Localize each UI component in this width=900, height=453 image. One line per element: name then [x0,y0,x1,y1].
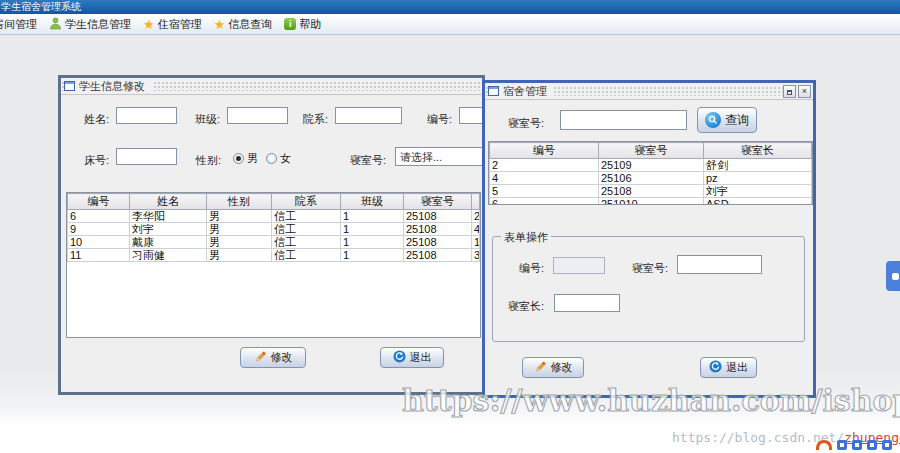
gender-label: 性别: [196,153,221,168]
gender-male-radio[interactable]: 男 [233,151,258,166]
dorm-window-content: 寝室号: 查询 编号 寝室号 寝室长 [485,100,813,395]
dorm-label: 寝室号: [350,153,386,168]
search-icon [705,112,721,128]
dorm-table-header[interactable]: 编号 寝室号 寝室长 [490,143,812,159]
search-dorm-label: 寝室号: [508,116,544,131]
help-icon: i [284,18,296,30]
star-icon: ★ [143,18,155,31]
person-icon [49,17,62,32]
id-label: 编号: [427,112,452,127]
form-id-input [553,257,605,274]
window-icon [64,81,75,91]
table-row[interactable]: 9刘宇男信工1251084 [68,223,480,236]
name-input[interactable] [116,107,177,124]
close-button[interactable]: × [798,85,811,98]
app-titlebar[interactable]: 学生宿舍管理系统 [0,0,900,14]
table-row[interactable]: 6李华阳男信工1251082 [68,210,480,223]
dept-input[interactable] [335,107,402,124]
modify-button[interactable]: 修改 [522,357,584,378]
student-window-titlebar[interactable]: 学生信息修改 [61,78,482,95]
csdn-logo-icon[interactable] [816,440,832,450]
table-row[interactable]: 425106pz [490,172,812,185]
menu-label: 学生信息管理 [65,17,131,32]
dorm-window-titlebar[interactable]: 宿舍管理 × [485,83,813,100]
form-leader-input[interactable] [554,294,620,312]
search-dorm-input[interactable] [560,110,687,130]
name-label: 姓名: [84,112,109,127]
pencil-icon [254,350,267,365]
gender-female-radio[interactable]: 女 [266,151,291,166]
exit-button[interactable]: 退出 [700,357,757,378]
exit-button[interactable]: 退出 [380,347,444,368]
menu-label: 住宿管理 [158,17,202,32]
table-row[interactable]: 6251010ASD [490,198,812,206]
group-legend: 表单操作 [501,230,551,245]
bed-label: 床号: [84,153,109,168]
desktop: 学生宿舍管理系统 房间管理 学生信息管理 ★ 住宿管理 ★ 信息查询 i 帮助 [0,0,900,453]
window-title: 宿舍管理 [503,84,547,99]
menubar: 房间管理 学生信息管理 ★ 住宿管理 ★ 信息查询 i 帮助 [0,14,900,35]
menu-info-query[interactable]: ★ 信息查询 [212,16,275,33]
dorm-window: 宿舍管理 × 寝室号: 查询 [482,80,816,398]
menu-label: 房间管理 [0,17,37,32]
exit-icon [393,350,406,365]
exit-icon [709,360,722,375]
table-row[interactable]: 225109舒剑 [490,159,812,172]
dept-label: 院系: [303,112,328,127]
student-info-window: 学生信息修改 姓名: 班级: 院系: 编号: 床号: 性别: 男 女 [58,75,485,395]
students-table: 编号 姓名 性别 院系 班级 寝室号 6李华阳男信工1251082 [66,192,481,338]
radio-unselected-icon [266,153,277,164]
toolbar-icon[interactable] [867,440,877,450]
pencil-icon [534,360,547,375]
form-dorm-label: 寝室号: [632,261,668,276]
dorm-table: 编号 寝室号 寝室长 225109舒剑 425106pz 5 [488,141,813,205]
menu-room-management[interactable]: 房间管理 [0,16,39,33]
bed-input[interactable] [116,148,177,165]
menu-label: 帮助 [299,17,321,32]
watermark-huzhan: https://www.huzhan.com/ishop33466 [402,383,900,418]
toolbar-icon[interactable] [852,440,862,450]
class-input[interactable] [227,107,288,124]
form-id-label: 编号: [519,261,544,276]
menu-student-info-management[interactable]: 学生信息管理 [47,16,133,33]
students-table-header[interactable]: 编号 姓名 性别 院系 班级 寝室号 [68,194,480,210]
form-leader-label: 寝室长: [508,299,544,314]
menu-accommodation-management[interactable]: ★ 住宿管理 [141,16,204,33]
modify-button[interactable]: 修改 [240,347,306,368]
menu-label: 信息查询 [228,17,272,32]
window-icon [488,86,499,96]
radio-selected-icon [233,153,244,164]
table-row[interactable]: 525108刘宇 [490,185,812,198]
toolbar-icon[interactable] [837,440,847,450]
menu-help[interactable]: i 帮助 [282,16,323,33]
toolbar-icon[interactable] [882,440,892,450]
dorm-select[interactable]: 请选择... [395,147,482,166]
chat-float-button[interactable] [886,261,900,291]
student-window-content: 姓名: 班级: 院系: 编号: 床号: 性别: 男 女 寝室号: 请选择... [61,95,482,392]
table-row[interactable]: 10戴康男信工1251081 [68,236,480,249]
query-button[interactable]: 查询 [697,107,757,133]
class-label: 班级: [195,112,220,127]
app-title: 学生宿舍管理系统 [1,0,81,14]
restore-button[interactable] [783,85,796,98]
form-dorm-input[interactable] [677,255,762,274]
bottom-toolbar [816,440,892,450]
id-input[interactable] [459,107,482,124]
form-operations-group: 表单操作 编号: 寝室号: 寝室长: [492,236,805,342]
window-title: 学生信息修改 [79,79,145,94]
star-icon: ★ [214,18,226,31]
chat-icon [892,273,899,280]
table-row[interactable]: 11习雨健男信工1251083 [68,249,480,262]
